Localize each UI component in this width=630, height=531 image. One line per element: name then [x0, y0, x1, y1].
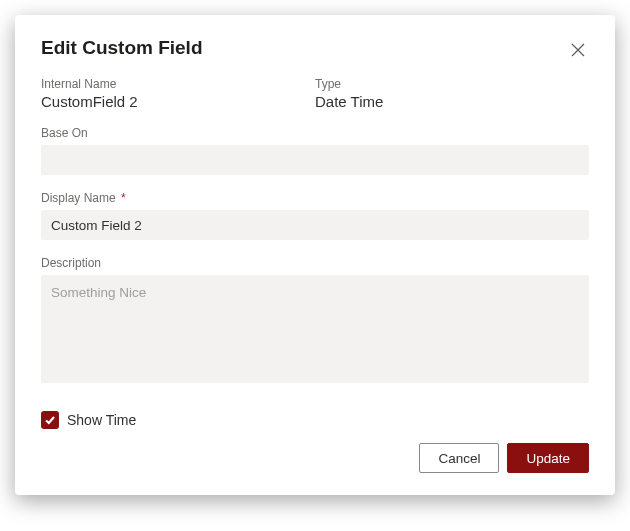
internal-name-block: Internal Name CustomField 2 [41, 77, 315, 110]
show-time-label[interactable]: Show Time [67, 412, 136, 428]
base-on-group: Base On [41, 126, 589, 175]
close-icon [571, 43, 585, 57]
type-value: Date Time [315, 93, 589, 110]
update-button[interactable]: Update [507, 443, 589, 473]
description-label: Description [41, 256, 589, 270]
display-name-label: Display Name * [41, 191, 589, 205]
required-indicator-icon: * [118, 191, 126, 205]
type-block: Type Date Time [315, 77, 589, 110]
internal-name-label: Internal Name [41, 77, 315, 91]
cancel-button[interactable]: Cancel [419, 443, 499, 473]
base-on-input[interactable] [41, 145, 589, 175]
close-button[interactable] [567, 39, 589, 61]
dialog-title: Edit Custom Field [41, 37, 203, 59]
display-name-input[interactable] [41, 210, 589, 240]
type-label: Type [315, 77, 589, 91]
dialog-footer: Cancel Update [41, 443, 589, 473]
description-input[interactable] [41, 275, 589, 383]
dialog-header: Edit Custom Field [41, 37, 589, 61]
description-group: Description [41, 256, 589, 387]
display-name-label-text: Display Name [41, 191, 116, 205]
base-on-label: Base On [41, 126, 589, 140]
show-time-row: Show Time [41, 411, 589, 429]
checkmark-icon [44, 414, 56, 426]
info-row: Internal Name CustomField 2 Type Date Ti… [41, 77, 589, 110]
edit-custom-field-dialog: Edit Custom Field Internal Name CustomFi… [15, 15, 615, 495]
internal-name-value: CustomField 2 [41, 93, 315, 110]
show-time-checkbox[interactable] [41, 411, 59, 429]
display-name-group: Display Name * [41, 191, 589, 240]
